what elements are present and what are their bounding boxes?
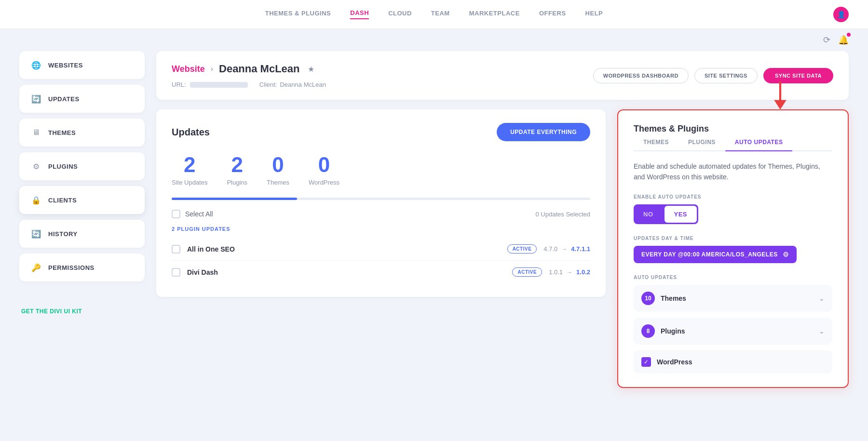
stat-themes: 0 Themes (267, 153, 289, 186)
websites-icon: 🌐 (31, 60, 41, 70)
plugins-count-badge: 8 (641, 324, 655, 338)
wordpress-checkbox[interactable]: ✓ (641, 357, 651, 367)
star-icon[interactable]: ★ (308, 65, 314, 74)
schedule-section: UPDATES DAY & TIME EVERY DAY @00:00 AMER… (634, 236, 832, 263)
auto-update-wordpress-name: WordPress (657, 358, 825, 366)
version-arrow-aioseo: → (561, 246, 567, 253)
plugin-badge-aioseo: ACTIVE (507, 244, 537, 254)
auto-update-plugins-name: Plugins (661, 327, 813, 335)
updates-header: Updates UPDATE EVERYTHING (172, 123, 590, 141)
stat-label-themes: Themes (267, 179, 289, 186)
sidebar-item-themes[interactable]: 🖥 THEMES (19, 119, 145, 147)
site-header-row: Website › Deanna McLean ★ URL: Client: D… (172, 63, 833, 88)
enable-auto-updates-label: ENABLE AUTO UPDATES (634, 194, 832, 200)
top-nav-right: 👤 (833, 7, 849, 22)
auto-updates-plugins-row[interactable]: 8 Plugins ⌄ (634, 318, 832, 345)
version-arrow-divi: → (567, 269, 572, 276)
select-all-text: Select All (185, 210, 213, 218)
site-meta: URL: Client: Deanna McLean (172, 81, 326, 88)
breadcrumb-site-name: Deanna McLean (219, 63, 300, 75)
annotation-arrow (771, 81, 790, 110)
stat-plugins: 2 Plugins (227, 153, 247, 186)
bottom-row: Updates UPDATE EVERYTHING 2 Site Updates… (156, 109, 849, 388)
stat-number-wp: 0 (318, 153, 330, 177)
user-avatar[interactable]: 👤 (833, 7, 849, 22)
version-update-divi: 1.0.1 → 1.0.2 (549, 268, 590, 276)
sidebar: 🌐 WEBSITES 🔄 UPDATES 🖥 THEMES ⚙ PLUGINS … (19, 51, 145, 388)
sidebar-item-plugins[interactable]: ⚙ PLUGINS (19, 152, 145, 180)
version-to-aioseo: 4.7.1.1 (571, 245, 590, 253)
stat-number-site: 2 (184, 153, 195, 177)
nav-team[interactable]: TEAM (431, 10, 450, 19)
select-all-checkbox[interactable] (172, 210, 180, 218)
utility-bar: ⟳ 🔔 (0, 29, 868, 51)
updates-selected-count: 0 Updates Selected (536, 211, 590, 218)
sync-site-data-button[interactable]: SYNC SITE DATA (763, 68, 833, 83)
plugin-updates-label: 2 PLUGIN UPDATES (172, 226, 590, 232)
nav-marketplace[interactable]: MARKETPLACE (469, 10, 520, 19)
sidebar-label-permissions: PERMISSIONS (48, 264, 95, 271)
auto-updates-section: 10 Themes ⌄ 8 Plugins ⌄ ✓ WordPress (634, 285, 832, 374)
bell-icon: 🔔 (838, 35, 849, 45)
auto-updates-themes-row[interactable]: 10 Themes ⌄ (634, 285, 832, 312)
auto-update-themes-name: Themes (661, 294, 813, 302)
toggle-yes-button[interactable]: YES (665, 206, 697, 223)
svg-marker-1 (774, 100, 787, 110)
panel-title: Themes & Plugins (634, 124, 709, 134)
notification-bell[interactable]: 🔔 (838, 35, 849, 45)
top-navigation: THEMES & PLUGINS DASH CLOUD TEAM MARKETP… (0, 0, 868, 29)
panel-description: Enable and schedule automated updates fo… (634, 161, 832, 183)
nav-themes-plugins[interactable]: THEMES & PLUGINS (265, 10, 331, 19)
sidebar-item-updates[interactable]: 🔄 UPDATES (19, 85, 145, 113)
wordpress-dashboard-button[interactable]: WORDPRESS DASHBOARD (593, 68, 689, 83)
client-label: Client: (259, 81, 277, 88)
toggle-no-button[interactable]: NO (634, 206, 663, 223)
plugin-checkbox-divi[interactable] (172, 268, 180, 277)
sidebar-item-clients[interactable]: 🔒 CLIENTS (19, 186, 145, 214)
panel-tabs: THEMES PLUGINS AUTO UPDATES (634, 134, 832, 151)
sidebar-label-themes: THEMES (48, 129, 76, 136)
notification-badge (847, 33, 851, 37)
breadcrumb: Website › Deanna McLean ★ (172, 63, 326, 75)
stat-label-site: Site Updates (172, 179, 207, 186)
plugin-row-divi: Divi Dash ACTIVE 1.0.1 → 1.0.2 (172, 261, 590, 283)
site-header-card: Website › Deanna McLean ★ URL: Client: D… (156, 51, 849, 100)
tab-themes[interactable]: THEMES (634, 134, 678, 151)
nav-links: THEMES & PLUGINS DASH CLOUD TEAM MARKETP… (265, 9, 603, 19)
red-down-arrow-svg (771, 81, 790, 110)
plugin-checkbox-aioseo[interactable] (172, 245, 180, 254)
nav-dash[interactable]: DASH (350, 9, 369, 19)
tab-auto-updates[interactable]: AUTO UPDATES (725, 134, 793, 151)
sidebar-item-permissions[interactable]: 🔑 PERMISSIONS (19, 254, 145, 281)
sidebar-item-websites[interactable]: 🌐 WEBSITES (19, 51, 145, 79)
progress-fill (172, 198, 297, 200)
sidebar-label-plugins: PLUGINS (48, 163, 78, 170)
breadcrumb-section: Website › Deanna McLean ★ URL: Client: D… (172, 63, 326, 88)
plugins-chevron-icon: ⌄ (819, 327, 825, 335)
tab-plugins[interactable]: PLUGINS (678, 134, 725, 151)
select-all-label[interactable]: Select All (172, 210, 213, 218)
nav-cloud[interactable]: CLOUD (388, 10, 412, 19)
update-everything-button[interactable]: UPDATE EVERYTHING (497, 123, 590, 141)
site-settings-button[interactable]: SITE SETTINGS (694, 68, 758, 83)
updates-card: Updates UPDATE EVERYTHING 2 Site Updates… (156, 109, 606, 297)
updates-title: Updates (172, 127, 210, 138)
breadcrumb-website[interactable]: Website (172, 64, 205, 74)
clients-icon: 🔒 (31, 195, 41, 205)
site-client: Client: Deanna McLean (259, 81, 326, 88)
version-to-divi: 1.0.2 (576, 268, 590, 276)
themes-icon: 🖥 (31, 127, 41, 138)
refresh-icon[interactable]: ⟳ (823, 35, 830, 45)
progress-bar (172, 198, 590, 200)
sidebar-item-history[interactable]: 🔄 HISTORY (19, 220, 145, 248)
version-from-aioseo: 4.7.0 (543, 245, 557, 253)
auto-updates-wordpress-row[interactable]: ✓ WordPress (634, 350, 832, 374)
nav-help[interactable]: HELP (585, 10, 603, 19)
nav-offers[interactable]: OFFERS (539, 10, 566, 19)
plugin-row-aioseo: All in One SEO ACTIVE 4.7.0 → 4.7.1.1 (172, 238, 590, 261)
schedule-badge[interactable]: EVERY DAY @00:00 AMERICA/LOS_ANGELES ⚙ (634, 246, 797, 263)
plugins-icon: ⚙ (31, 161, 41, 172)
get-kit-link[interactable]: GET THE DIVI UI KIT (21, 308, 82, 315)
breadcrumb-arrow: › (211, 65, 213, 73)
schedule-label: UPDATES DAY & TIME (634, 236, 832, 241)
